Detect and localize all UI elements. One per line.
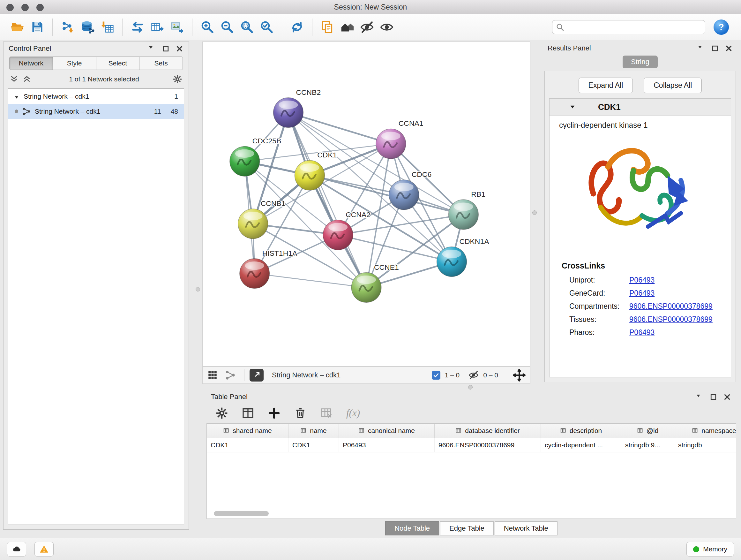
search-input[interactable] bbox=[552, 20, 705, 34]
collapse-panel-button[interactable] bbox=[697, 44, 705, 52]
network-node-ccnb2[interactable]: CCNB2 bbox=[273, 88, 321, 128]
help-button[interactable]: ? bbox=[714, 19, 729, 35]
show-all-panels-button[interactable] bbox=[337, 17, 357, 37]
zoom-selected-button[interactable] bbox=[257, 17, 277, 37]
collapse-panel-button[interactable] bbox=[148, 45, 156, 53]
column-header-database-identifier[interactable]: database identifier bbox=[434, 424, 541, 438]
collapse-panel-button[interactable] bbox=[696, 393, 704, 401]
network-canvas[interactable]: CCNB2CCNA1CDC25BCDK1CDC6RB1CCNB1CCNA2CDK… bbox=[203, 42, 530, 366]
float-panel-button[interactable] bbox=[711, 44, 719, 52]
expand-all-button[interactable]: Expand All bbox=[579, 78, 633, 93]
export-view-button[interactable] bbox=[250, 369, 264, 381]
close-panel-button[interactable] bbox=[725, 44, 733, 52]
column-header-id[interactable]: @id bbox=[621, 424, 674, 438]
close-panel-button[interactable] bbox=[723, 393, 731, 401]
splitter-handle[interactable] bbox=[468, 385, 473, 389]
network-edge[interactable] bbox=[255, 273, 366, 288]
splitter-handle[interactable] bbox=[532, 210, 537, 215]
expand-all-networks-icon[interactable] bbox=[10, 75, 18, 83]
network-edge[interactable] bbox=[288, 113, 391, 144]
column-header-shared-name[interactable]: shared name bbox=[207, 424, 288, 438]
zoom-out-button[interactable] bbox=[217, 17, 237, 37]
column-header-name[interactable]: name bbox=[288, 424, 339, 438]
export-image-button[interactable] bbox=[167, 17, 187, 37]
network-node-ccna1[interactable]: CCNA1 bbox=[376, 119, 423, 159]
tab-edge-table[interactable]: Edge Table bbox=[440, 521, 494, 536]
cell-id[interactable]: stringdb:9... bbox=[621, 438, 674, 452]
network-edge[interactable] bbox=[310, 175, 463, 214]
network-collection-row[interactable]: String Network – cdk1 1 bbox=[8, 89, 184, 104]
minimize-window-button[interactable] bbox=[21, 4, 29, 11]
tab-sets[interactable]: Sets bbox=[139, 57, 183, 70]
table-row[interactable]: CDK1 CDK1 P06493 9606.ENSP00000378699 cy… bbox=[207, 438, 736, 452]
cell-name[interactable]: CDK1 bbox=[288, 438, 339, 452]
network-options-gear-icon[interactable] bbox=[173, 74, 182, 84]
crosslink-tissues-link[interactable]: 9606.ENSP00000378699 bbox=[629, 315, 713, 324]
network-node-rb1[interactable]: RB1 bbox=[448, 190, 485, 230]
hide-selected-button[interactable] bbox=[357, 17, 377, 37]
show-columns-icon[interactable] bbox=[242, 407, 254, 420]
tab-node-table[interactable]: Node Table bbox=[385, 521, 439, 536]
close-window-button[interactable] bbox=[6, 4, 14, 11]
add-column-icon[interactable] bbox=[268, 407, 280, 420]
import-table-button[interactable] bbox=[97, 17, 117, 37]
import-network-database-button[interactable] bbox=[77, 17, 97, 37]
tab-network-table[interactable]: Network Table bbox=[495, 521, 557, 536]
save-session-button[interactable] bbox=[27, 17, 47, 37]
crosslink-compartments-link[interactable]: 9606.ENSP00000378699 bbox=[629, 302, 713, 311]
open-publication-button[interactable] bbox=[318, 17, 337, 37]
open-session-button[interactable] bbox=[8, 17, 27, 37]
network-node-cdkn1a[interactable]: CDKN1A bbox=[437, 237, 489, 277]
network-node-ccnb1[interactable]: CCNB1 bbox=[238, 199, 286, 239]
horizontal-scrollbar[interactable] bbox=[214, 511, 269, 516]
cell-database-identifier[interactable]: 9606.ENSP00000378699 bbox=[434, 438, 541, 452]
tab-style[interactable]: Style bbox=[53, 57, 96, 70]
memory-button[interactable]: Memory bbox=[686, 542, 734, 557]
collapse-all-networks-icon[interactable] bbox=[23, 75, 31, 83]
crosslink-pharos-link[interactable]: P06493 bbox=[629, 328, 655, 337]
network-edge[interactable] bbox=[288, 113, 366, 288]
tab-select[interactable]: Select bbox=[96, 57, 140, 70]
delete-table-icon[interactable] bbox=[320, 407, 333, 420]
close-panel-button[interactable] bbox=[176, 45, 184, 53]
table-options-gear-icon[interactable] bbox=[215, 407, 228, 420]
hidden-eye-slash-icon[interactable] bbox=[468, 370, 479, 380]
show-hidden-button[interactable] bbox=[377, 17, 397, 37]
network-node-cdc6[interactable]: CDC6 bbox=[389, 170, 431, 210]
column-header-description[interactable]: description bbox=[541, 424, 621, 438]
cell-description[interactable]: cyclin-dependent ... bbox=[541, 438, 621, 452]
network-node-hist1h1a[interactable]: HIST1H1A bbox=[240, 249, 297, 289]
collapse-protein-icon[interactable] bbox=[569, 104, 576, 110]
function-builder-button[interactable]: f(x) bbox=[346, 408, 360, 419]
column-header-namespace[interactable]: namespace bbox=[674, 424, 736, 438]
import-network-file-button[interactable] bbox=[58, 17, 77, 37]
column-header-canonical-name[interactable]: canonical name bbox=[339, 424, 434, 438]
float-panel-button[interactable] bbox=[710, 393, 718, 401]
export-table-button[interactable] bbox=[147, 17, 167, 37]
cell-shared-name[interactable]: CDK1 bbox=[207, 438, 288, 452]
splitter-handle[interactable] bbox=[196, 287, 200, 292]
network-merge-button[interactable] bbox=[128, 17, 147, 37]
cell-canonical-name[interactable]: P06493 bbox=[339, 438, 434, 452]
cloud-status-button[interactable] bbox=[7, 542, 26, 557]
fit-crosshair-icon[interactable] bbox=[513, 369, 526, 381]
expander-icon[interactable] bbox=[14, 94, 19, 99]
crosslink-uniprot-link[interactable]: P06493 bbox=[629, 276, 655, 285]
tab-string[interactable]: String bbox=[623, 56, 657, 68]
birdseye-grid-icon[interactable] bbox=[207, 370, 218, 381]
maximize-window-button[interactable] bbox=[37, 4, 44, 11]
cell-namespace[interactable]: stringdb bbox=[674, 438, 736, 452]
network-row[interactable]: String Network – cdk1 11 48 bbox=[8, 104, 184, 119]
float-panel-button[interactable] bbox=[162, 45, 170, 53]
tab-network[interactable]: Network bbox=[9, 57, 53, 70]
warnings-button[interactable] bbox=[35, 542, 54, 557]
zoom-fit-button[interactable] bbox=[237, 17, 257, 37]
apply-layout-button[interactable] bbox=[287, 17, 307, 37]
network-share-icon[interactable] bbox=[225, 370, 236, 381]
selected-checkbox[interactable] bbox=[432, 371, 441, 380]
network-edge[interactable] bbox=[338, 235, 452, 262]
network-node-cdk1[interactable]: CDK1 bbox=[294, 151, 337, 190]
zoom-in-button[interactable] bbox=[198, 17, 217, 37]
collapse-all-button[interactable]: Collapse All bbox=[644, 78, 702, 93]
crosslink-genecard-link[interactable]: P06493 bbox=[629, 289, 655, 298]
